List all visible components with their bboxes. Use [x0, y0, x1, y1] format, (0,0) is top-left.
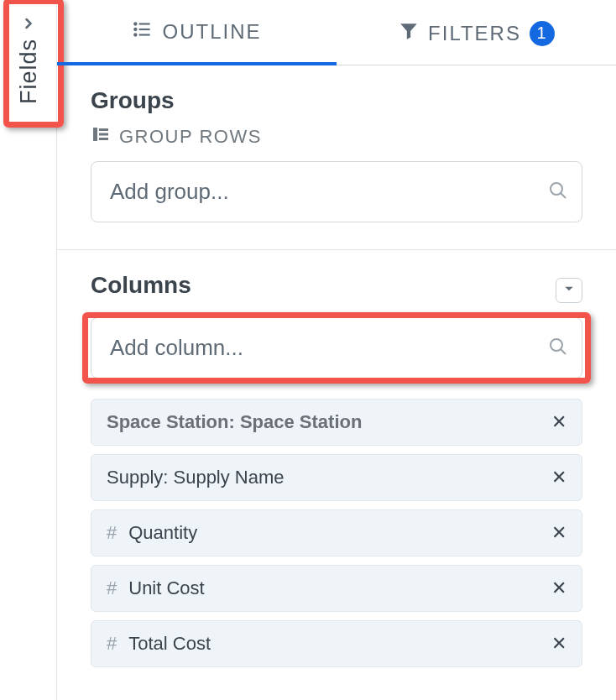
builder-tabs: OUTLINE FILTERS 1: [57, 0, 616, 65]
list-icon: [132, 18, 154, 45]
svg-point-2: [134, 28, 138, 31]
svg-rect-1: [139, 23, 150, 24]
groups-title: Groups: [91, 87, 582, 114]
search-icon: [548, 180, 568, 204]
remove-column-button[interactable]: ✕: [548, 465, 570, 490]
groups-section: Groups GROUP ROWS: [57, 65, 616, 222]
column-pill[interactable]: #Unit Cost✕: [91, 565, 582, 612]
svg-point-10: [551, 183, 562, 195]
svg-point-4: [134, 33, 138, 36]
remove-column-button[interactable]: ✕: [548, 410, 570, 435]
remove-column-button[interactable]: ✕: [548, 631, 570, 656]
column-pill[interactable]: #Quantity✕: [91, 509, 582, 556]
svg-rect-3: [139, 29, 150, 30]
column-pill-label: Quantity: [128, 522, 548, 544]
svg-rect-9: [99, 138, 108, 140]
number-icon: #: [107, 633, 117, 655]
column-pill-label: Unit Cost: [128, 577, 548, 599]
caret-down-icon: [563, 283, 575, 298]
add-column-search[interactable]: [91, 317, 582, 379]
search-icon: [548, 337, 568, 360]
add-group-input[interactable]: [91, 162, 582, 222]
remove-column-button[interactable]: ✕: [548, 520, 570, 546]
columns-section: Columns Space Station: Space Station✕Sup…: [57, 250, 616, 667]
filter-icon: [398, 20, 420, 47]
column-pill[interactable]: Supply: Supply Name✕: [91, 454, 582, 501]
tab-outline-label: OUTLINE: [162, 20, 261, 44]
add-column-input[interactable]: [91, 318, 582, 378]
svg-rect-6: [93, 128, 97, 141]
svg-line-11: [561, 193, 566, 198]
column-pill[interactable]: #Total Cost✕: [91, 620, 582, 667]
column-pill-label: Supply: Supply Name: [107, 467, 548, 488]
number-icon: #: [107, 522, 117, 544]
chevron-right-icon: [20, 15, 37, 35]
fields-label: Fields: [16, 39, 42, 104]
column-pill-label: Total Cost: [128, 633, 548, 655]
remove-column-button[interactable]: ✕: [548, 576, 570, 601]
column-pill-label: Space Station: Space Station: [107, 411, 548, 433]
main-pane: OUTLINE FILTERS 1 Groups GROUP ROWS: [57, 0, 616, 667]
columns-menu-button[interactable]: [556, 278, 582, 303]
svg-point-0: [134, 22, 138, 25]
svg-line-13: [561, 349, 566, 354]
columns-title: Columns: [91, 272, 191, 299]
columns-list: Space Station: Space Station✕Supply: Sup…: [91, 399, 582, 667]
svg-rect-7: [99, 128, 108, 131]
group-rows-subhead: GROUP ROWS: [91, 124, 582, 149]
group-rows-label: GROUP ROWS: [119, 126, 262, 148]
tab-outline[interactable]: OUTLINE: [57, 0, 337, 65]
svg-point-12: [551, 339, 562, 351]
fields-toggle[interactable]: Fields: [8, 15, 49, 104]
tab-filters-label: FILTERS: [428, 22, 521, 45]
filters-count-badge: 1: [530, 21, 555, 46]
number-icon: #: [107, 577, 117, 599]
add-group-search[interactable]: [91, 161, 582, 222]
column-pill[interactable]: Space Station: Space Station✕: [91, 399, 582, 446]
tab-filters[interactable]: FILTERS 1: [337, 0, 616, 65]
svg-rect-8: [99, 133, 108, 136]
svg-rect-5: [139, 34, 150, 35]
group-rows-icon: [91, 124, 111, 149]
fields-sidebar: Fields: [0, 0, 57, 700]
